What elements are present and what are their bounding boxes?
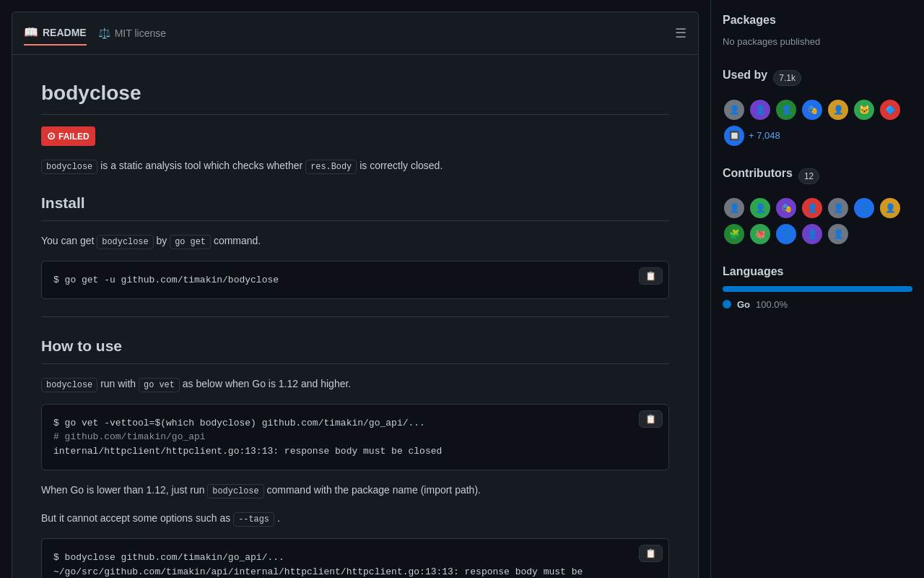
readme-header-left: 📖 README ⚖️ MIT license [24,21,166,46]
contributor-avatar[interactable]: 👤 [723,197,746,220]
used-by-badge: 7.1k [773,70,801,86]
how-code-go-vet: go vet [139,378,180,392]
intro-code-1: bodyclose [41,160,97,174]
contributor-avatar[interactable]: 👤 [801,223,824,246]
used-by-header: Used by 7.1k [723,66,912,90]
go-lang-dot [723,300,731,309]
license-icon: ⚖️ [98,26,110,41]
contributor-avatar[interactable]: 👤 [775,223,798,246]
avatar[interactable]: 🔲 [723,124,746,147]
how-code-bodyclose-2: bodyclose [207,484,263,499]
readme-title: bodyclose [41,78,669,115]
run-line-1: $ bodyclose github.com/timakin/go_api/..… [53,551,657,565]
contributors-heading: Contributors [723,165,793,182]
run-command: $ bodyclose github.com/timakin/go_api/..… [42,539,668,578]
how-to-use-heading: How to use [41,335,669,364]
used-by-avatars: 👤 👤 👤 🎭 👤 🐱 🔷 🔲 + 7,048 [723,98,912,147]
readme-body: bodyclose FAILED bodyclose is a static a… [12,55,698,578]
run-code-block: $ bodyclose github.com/timakin/go_api/..… [41,538,669,578]
readme-container: 📖 README ⚖️ MIT license ☰ bodyclose FAIL… [12,12,699,578]
packages-heading: Packages [723,12,912,29]
contributor-avatar[interactable]: 🐙 [749,223,772,246]
contributor-avatar[interactable]: 👤 [879,197,902,220]
contributor-avatar[interactable]: 👤 [827,223,850,246]
vet-command: $ go vet -vettool=$(which bodyclose) git… [42,405,668,470]
license-tab[interactable]: ⚖️ MIT license [98,26,166,41]
install-code-1: bodyclose [97,235,153,249]
install-paragraph: You can get bodyclose by go get command. [41,233,669,249]
avatar[interactable]: 🎭 [801,98,824,121]
avatar[interactable]: 👤 [723,98,746,121]
vet-code-block: $ go vet -vettool=$(which bodyclose) git… [41,404,669,471]
run-line-2: ~/go/src/github.com/timakin/api/internal… [53,565,657,578]
contributor-avatar[interactable]: 👤 [801,197,824,220]
packages-section: Packages No packages published [723,12,912,49]
intro-code-2: res.Body [305,160,357,174]
readme-header: 📖 README ⚖️ MIT license ☰ [12,12,698,55]
how-paragraph-1: bodyclose run with go vet as below when … [41,376,669,392]
copy-run-button[interactable]: 📋 [639,545,663,562]
vet-line-1: $ go vet -vettool=$(which bodyclose) git… [53,416,657,431]
languages-list: Go 100.0% [723,298,912,312]
contributor-avatar[interactable]: 👤 [749,197,772,220]
contributor-avatar[interactable]: 👤 [827,197,850,220]
avatar[interactable]: 👤 [775,98,798,121]
copy-install-button[interactable]: 📋 [639,267,663,285]
contributor-avatar[interactable]: 👤 [853,197,876,220]
contributors-section: Contributors 12 👤 👤 🎭 👤 👤 👤 👤 🧩 🐙 👤 👤 👤 [723,165,912,246]
go-lang-name: Go [737,298,750,312]
vet-line-3: internal/httpclient/httpclient.go:13:13:… [53,444,657,459]
install-command: $ go get -u github.com/timakin/bodyclose [42,262,668,299]
avatar[interactable]: 🔷 [879,98,902,121]
go-lang-pct: 100.0% [756,298,788,312]
how-paragraph-2: When Go is lower than 1.12, just run bod… [41,482,669,499]
contributor-avatar[interactable]: 🎭 [775,197,798,220]
how-paragraph-3: But it cannot accept some options such a… [41,510,669,527]
contributor-avatar[interactable]: 🧩 [723,223,746,246]
avatar[interactable]: 👤 [749,98,772,121]
failed-badge: FAILED [41,126,95,146]
toc-button[interactable]: ☰ [675,25,687,41]
languages-heading: Languages [723,263,912,280]
avatar[interactable]: 👤 [827,98,850,121]
used-by-more-link[interactable]: + 7,048 [749,129,780,143]
copy-vet-button[interactable]: 📋 [639,410,663,428]
readme-tab[interactable]: 📖 README [24,21,87,46]
license-tab-label: MIT license [115,26,166,41]
languages-section: Languages Go 100.0% [723,263,912,312]
install-heading: Install [41,191,669,221]
avatar[interactable]: 🐱 [853,98,876,121]
contributors-header: Contributors 12 [723,165,912,188]
sidebar: Packages No packages published Used by 7… [710,0,924,578]
used-by-section: Used by 7.1k 👤 👤 👤 🎭 👤 🐱 🔷 🔲 + 7,048 [723,66,912,147]
how-code-tags: --tags [233,512,274,527]
divider-1 [41,316,669,317]
vet-line-2: # github.com/timakin/go_api [53,430,657,444]
contributors-avatars: 👤 👤 🎭 👤 👤 👤 👤 🧩 🐙 👤 👤 👤 [723,197,912,246]
book-icon: 📖 [24,24,38,41]
install-code-2: go get [170,235,211,249]
install-code-block: $ go get -u github.com/timakin/bodyclose… [41,261,669,300]
used-by-heading: Used by [723,66,767,84]
languages-bar [723,286,912,292]
how-code-bodyclose: bodyclose [41,378,97,392]
contributors-badge: 12 [798,168,819,184]
packages-empty: No packages published [723,35,912,49]
readme-tab-label: README [43,25,87,40]
intro-paragraph: bodyclose is a static analysis tool whic… [41,158,669,174]
